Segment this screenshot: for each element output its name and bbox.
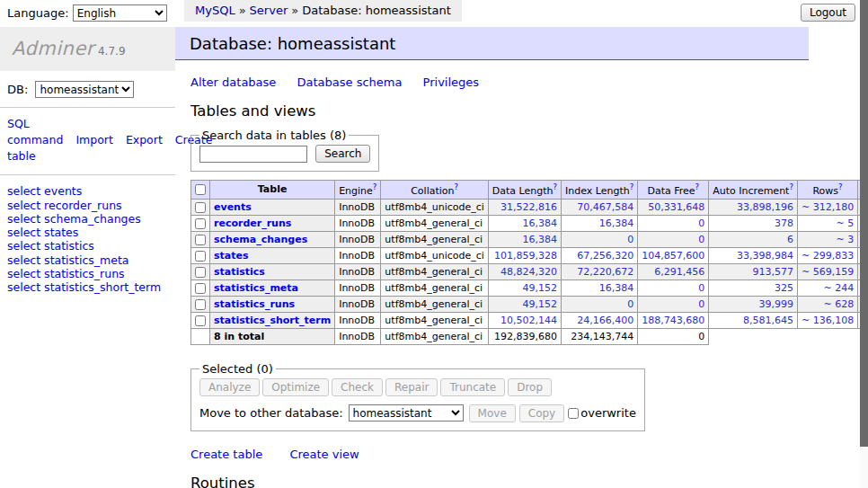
selected-action-button[interactable]: Truncate <box>440 378 505 396</box>
rows-count-link[interactable]: ~ 3 <box>797 231 857 247</box>
table-name-link[interactable]: statistics_meta <box>214 282 298 294</box>
copy-button[interactable]: Copy <box>519 404 564 422</box>
row-checkbox[interactable] <box>195 267 206 278</box>
help-icon[interactable]: ? <box>789 182 793 191</box>
help-icon[interactable]: ? <box>630 182 634 191</box>
selected-action-button[interactable]: Check <box>332 378 383 396</box>
table-name-link[interactable]: statistics <box>214 266 265 278</box>
sidebar-table-link[interactable]: select recorder_runs <box>7 199 168 212</box>
index-length-link[interactable]: 24,166,400 <box>562 312 638 328</box>
rows-count-link[interactable]: ~ 569,159 <box>797 263 857 279</box>
row-checkbox[interactable] <box>195 283 206 294</box>
row-checkbox[interactable] <box>195 315 206 326</box>
language-select[interactable]: English <box>73 4 167 22</box>
overwrite-checkbox[interactable] <box>568 408 579 419</box>
index-length-link[interactable]: 16,384 <box>562 215 638 231</box>
data-length-link[interactable]: 49,152 <box>488 296 561 312</box>
row-checkbox[interactable] <box>195 202 206 213</box>
auto-increment-link[interactable]: 6 <box>709 231 798 247</box>
row-checkbox[interactable] <box>195 251 206 262</box>
sidebar-action-link[interactable]: Export <box>126 133 163 146</box>
data-length-link[interactable]: 16,384 <box>488 215 561 231</box>
create-table-link[interactable]: Create table <box>190 448 262 461</box>
sidebar-table-link[interactable]: select statistics_short_term <box>7 280 168 294</box>
breadcrumb-link-mysql[interactable]: MySQL <box>195 4 235 17</box>
index-length-link[interactable]: 0 <box>562 231 638 247</box>
sidebar-action-link[interactable]: Import <box>75 133 113 146</box>
sidebar-table-link[interactable]: select states <box>7 226 168 239</box>
logout-button[interactable]: Logout <box>801 4 855 22</box>
sidebar-table-link[interactable]: select events <box>7 184 168 198</box>
data-length-link[interactable]: 49,152 <box>488 279 561 296</box>
scrollbar-thumb[interactable] <box>860 0 868 447</box>
rows-count-link[interactable]: ~ 136,108 <box>797 312 857 328</box>
selected-action-button[interactable]: Analyze <box>199 378 260 396</box>
search-input[interactable] <box>199 146 307 163</box>
move-button[interactable]: Move <box>469 404 516 422</box>
table-name-link[interactable]: events <box>214 201 252 213</box>
data-free-link[interactable]: 0 <box>638 215 709 231</box>
table-name-link[interactable]: states <box>214 250 249 262</box>
create-view-link[interactable]: Create view <box>289 448 359 461</box>
auto-increment-link[interactable]: 913,577 <box>709 263 798 279</box>
selected-action-button[interactable]: Repair <box>385 378 438 396</box>
data-free-link[interactable]: 6,291,456 <box>638 263 709 279</box>
sidebar-action-link[interactable]: SQL command <box>7 117 63 146</box>
data-length-link[interactable]: 10,502,144 <box>488 312 561 328</box>
data-free-link[interactable]: 188,743,680 <box>638 312 709 328</box>
data-free-link[interactable]: 0 <box>638 296 709 312</box>
selected-action-button[interactable]: Drop <box>508 378 552 396</box>
help-icon[interactable]: ? <box>695 182 700 191</box>
app-logo[interactable]: Adminer <box>12 38 94 59</box>
data-length-link[interactable]: 48,824,320 <box>488 263 561 279</box>
auto-increment-link[interactable]: 378 <box>709 215 798 231</box>
alter-database-link[interactable]: Alter database <box>190 75 276 89</box>
sidebar-table-link[interactable]: select statistics_runs <box>7 267 168 280</box>
index-length-link[interactable]: 70,467,584 <box>562 199 638 215</box>
index-length-link[interactable]: 72,220,672 <box>562 263 638 279</box>
help-icon[interactable]: ? <box>455 182 459 191</box>
data-free-link[interactable]: 50,331,648 <box>638 199 709 215</box>
table-name-link[interactable]: statistics_runs <box>214 298 295 310</box>
help-icon[interactable]: ? <box>373 182 377 191</box>
table-name-link[interactable]: recorder_runs <box>214 217 291 229</box>
rows-count-link[interactable]: ~ 628 <box>797 296 857 312</box>
move-database-select[interactable]: homeassistant <box>349 404 464 421</box>
rows-count-link[interactable]: ~ 244 <box>797 279 857 296</box>
selected-action-button[interactable]: Optimize <box>262 378 329 396</box>
table-name-link[interactable]: statistics_short_term <box>214 315 331 326</box>
auto-increment-link[interactable]: 39,999 <box>709 296 798 312</box>
db-select[interactable]: homeassistant <box>35 81 134 98</box>
sidebar-table-link[interactable]: select statistics_meta <box>7 253 168 267</box>
privileges-link[interactable]: Privileges <box>423 75 480 89</box>
auto-increment-link[interactable]: 325 <box>709 279 798 296</box>
page-scrollbar[interactable] <box>860 0 868 488</box>
row-checkbox[interactable] <box>195 235 206 245</box>
rows-count-link[interactable]: ~ 5 <box>797 215 857 231</box>
data-free-link[interactable]: 104,857,600 <box>638 247 709 263</box>
table-name-link[interactable]: schema_changes <box>214 234 307 245</box>
help-icon[interactable]: ? <box>554 182 558 191</box>
breadcrumb-link-server[interactable]: Server <box>250 4 288 17</box>
rows-count-link[interactable]: ~ 312,180 <box>797 199 857 215</box>
rows-count-link[interactable]: ~ 299,833 <box>797 247 857 263</box>
index-length-link[interactable]: 16,384 <box>562 279 638 296</box>
auto-increment-link[interactable]: 33,898,196 <box>709 199 798 215</box>
data-free-link[interactable]: 0 <box>638 279 709 296</box>
row-checkbox[interactable] <box>195 299 206 310</box>
sidebar-table-link[interactable]: select schema_changes <box>7 212 168 226</box>
search-button[interactable]: Search <box>315 145 370 163</box>
select-all-checkbox[interactable] <box>195 184 206 195</box>
index-length-link[interactable]: 67,256,320 <box>562 247 638 263</box>
data-length-link[interactable]: 16,384 <box>488 231 561 247</box>
data-length-link[interactable]: 101,859,328 <box>488 247 561 263</box>
help-icon[interactable]: ? <box>838 182 843 191</box>
index-length-link[interactable]: 0 <box>562 296 638 312</box>
auto-increment-link[interactable]: 33,398,984 <box>709 247 798 263</box>
database-schema-link[interactable]: Database schema <box>297 75 403 89</box>
auto-increment-link[interactable]: 8,581,645 <box>709 312 798 328</box>
row-checkbox[interactable] <box>195 218 206 229</box>
data-free-link[interactable]: 0 <box>638 231 709 247</box>
data-length-link[interactable]: 31,522,816 <box>488 199 561 215</box>
sidebar-table-link[interactable]: select statistics <box>7 239 168 253</box>
